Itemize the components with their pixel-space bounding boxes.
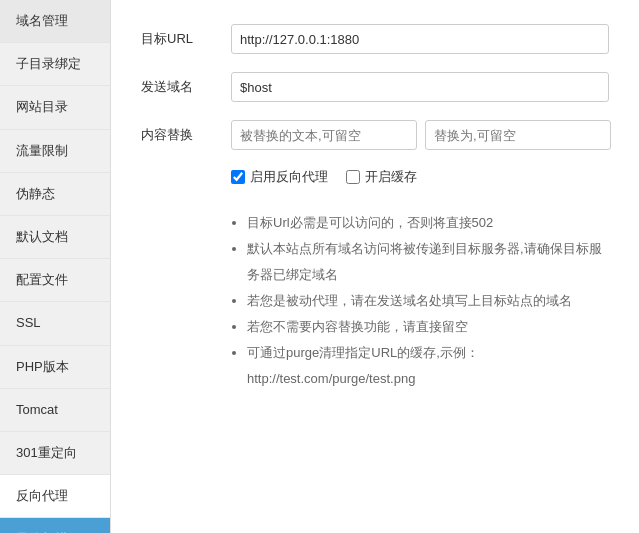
content-replace-from-input[interactable] <box>231 120 417 150</box>
sidebar-item-traffic-limit[interactable]: 流量限制 <box>0 130 110 173</box>
send-domain-input[interactable] <box>231 72 609 102</box>
content-replace-row: 内容替换 <box>141 120 609 150</box>
tip-item-4: 若您不需要内容替换功能，请直接留空 <box>247 314 609 340</box>
sidebar-item-ssl[interactable]: SSL <box>0 302 110 345</box>
sidebar-item-default-document[interactable]: 默认文档 <box>0 216 110 259</box>
target-url-input[interactable] <box>231 24 609 54</box>
tip-item-5: 可通过purge清理指定URL的缓存,示例：http://test.com/pu… <box>247 340 609 392</box>
send-domain-label: 发送域名 <box>141 78 231 96</box>
content-replace-label: 内容替换 <box>141 126 231 144</box>
checkbox-row: 启用反向代理 开启缓存 <box>231 168 609 186</box>
enable-cache-checkbox[interactable] <box>346 170 360 184</box>
tip-item-1: 目标Url必需是可以访问的，否则将直接502 <box>247 210 609 236</box>
sidebar-item-php-version[interactable]: PHP版本 <box>0 346 110 389</box>
main-content: 目标URL 发送域名 内容替换 启用反向代理 开启缓存 目标Url必需是可以访问… <box>111 0 639 533</box>
sidebar-item-pseudo-static[interactable]: 伪静态 <box>0 173 110 216</box>
tip-item-2: 默认本站点所有域名访问将被传递到目标服务器,请确保目标服务器已绑定域名 <box>247 236 609 288</box>
sidebar-item-reverse-proxy[interactable]: 反向代理 <box>0 475 110 518</box>
send-domain-row: 发送域名 <box>141 72 609 102</box>
sidebar-item-tomcat[interactable]: Tomcat <box>0 389 110 432</box>
tip-item-3: 若您是被动代理，请在发送域名处填写上目标站点的域名 <box>247 288 609 314</box>
sidebar-item-redirect-301[interactable]: 301重定向 <box>0 432 110 475</box>
sidebar: 域名管理 子目录绑定 网站目录 流量限制 伪静态 默认文档 配置文件 SSL P… <box>0 0 111 533</box>
sidebar-item-subdirectory-binding[interactable]: 子目录绑定 <box>0 43 110 86</box>
sidebar-item-risk-scan[interactable]: 风险扫描 <box>0 518 110 533</box>
enable-cache-label[interactable]: 开启缓存 <box>346 168 417 186</box>
sidebar-item-domain-management[interactable]: 域名管理 <box>0 0 110 43</box>
enable-reverse-proxy-label[interactable]: 启用反向代理 <box>231 168 328 186</box>
sidebar-item-website-directory[interactable]: 网站目录 <box>0 86 110 129</box>
content-replace-inputs <box>231 120 611 150</box>
tips-list: 目标Url必需是可以访问的，否则将直接502 默认本站点所有域名访问将被传递到目… <box>231 210 609 392</box>
target-url-label: 目标URL <box>141 30 231 48</box>
target-url-row: 目标URL <box>141 24 609 54</box>
sidebar-item-config-file[interactable]: 配置文件 <box>0 259 110 302</box>
content-replace-to-input[interactable] <box>425 120 611 150</box>
enable-reverse-proxy-checkbox[interactable] <box>231 170 245 184</box>
